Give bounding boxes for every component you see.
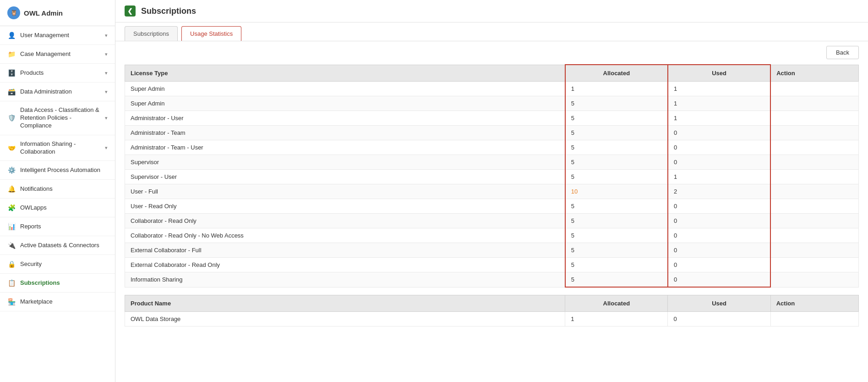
col-header-allocated: Allocated — [565, 65, 668, 82]
license-table-row: Super Admin11 — [125, 82, 859, 96]
allocated-cell: 5 — [565, 96, 668, 111]
license-type-cell: Administrator - Team - User — [125, 140, 565, 155]
case-management-icon: 📁 — [7, 50, 16, 58]
sidebar-item-data-access[interactable]: 🛡️Data Access - Classification & Retenti… — [0, 101, 115, 135]
subscriptions-tab[interactable]: Subscriptions — [125, 26, 178, 41]
license-table-row: Collaborator - Read Only50 — [125, 214, 859, 228]
license-table-row: Super Admin51 — [125, 96, 859, 111]
sidebar-item-intelligent-process[interactable]: ⚙️Intelligent Process Automation — [0, 161, 115, 180]
sidebar-item-label-security: Security — [20, 260, 108, 268]
sidebar-item-case-management[interactable]: 📁Case Management▾ — [0, 45, 115, 64]
product-action-cell — [770, 312, 858, 327]
sidebar-item-label-products: Products — [20, 69, 100, 77]
sidebar-item-reports[interactable]: 📊Reports — [0, 217, 115, 236]
marketplace-icon: 🏪 — [7, 298, 16, 306]
col-header-product-action: Action — [770, 295, 858, 312]
active-datasets-icon: 🔌 — [7, 241, 16, 249]
license-table-row: External Collaborator - Read Only50 — [125, 258, 859, 272]
used-cell: 0 — [668, 155, 770, 170]
chevron-down-icon-info-sharing: ▾ — [105, 145, 108, 151]
sidebar-item-label-notifications: Notifications — [20, 185, 108, 193]
product-allocated-cell: 1 — [565, 312, 668, 327]
sidebar-item-notifications[interactable]: 🔔Notifications — [0, 180, 115, 199]
used-cell: 0 — [668, 228, 770, 243]
usage-statistics-tab[interactable]: Usage Statistics — [181, 26, 241, 41]
allocated-cell: 5 — [565, 111, 668, 126]
used-cell: 0 — [668, 126, 770, 140]
license-table-row: User - Full102 — [125, 184, 859, 199]
user-management-icon: 👤 — [7, 31, 16, 39]
chevron-down-icon-products: ▾ — [105, 70, 108, 76]
sidebar-item-active-datasets[interactable]: 🔌Active Datasets & Connectors — [0, 236, 115, 255]
used-cell: 1 — [668, 170, 770, 184]
license-type-cell: Administrator - User — [125, 111, 565, 126]
sidebar-item-products[interactable]: 🗄️Products▾ — [0, 64, 115, 83]
license-table-header-row: License Type Allocated Used Action — [125, 65, 859, 82]
col-header-used: Used — [668, 65, 770, 82]
action-cell — [770, 228, 858, 243]
license-type-cell: Collaborator - Read Only — [125, 214, 565, 228]
allocated-cell: 5 — [565, 272, 668, 288]
sidebar-item-label-case-management: Case Management — [20, 50, 100, 58]
back-button[interactable]: Back — [826, 46, 859, 59]
sidebar-item-marketplace[interactable]: 🏪Marketplace — [0, 293, 115, 311]
used-cell: 0 — [668, 243, 770, 258]
sidebar-item-label-data-access: Data Access - Classification & Retention… — [20, 106, 100, 130]
logo-icon: 🦉 — [7, 6, 20, 19]
license-table-row: Collaborator - Read Only - No Web Access… — [125, 228, 859, 243]
notifications-icon: 🔔 — [7, 185, 16, 193]
allocated-cell: 10 — [565, 184, 668, 199]
allocated-cell: 5 — [565, 126, 668, 140]
license-type-cell: User - Full — [125, 184, 565, 199]
security-icon: 🔒 — [7, 260, 16, 268]
products-icon: 🗄️ — [7, 69, 16, 77]
license-table-row: Administrator - Team - User50 — [125, 140, 859, 155]
product-used-cell: 0 — [668, 312, 770, 327]
license-table-row: External Collaborator - Full50 — [125, 243, 859, 258]
allocated-cell: 5 — [565, 243, 668, 258]
action-cell — [770, 184, 858, 199]
sidebar-item-security[interactable]: 🔒Security — [0, 255, 115, 274]
action-cell — [770, 199, 858, 214]
license-table-row: Administrator - User51 — [125, 111, 859, 126]
action-cell — [770, 258, 858, 272]
license-type-cell: Administrator - Team — [125, 126, 565, 140]
license-type-cell: Super Admin — [125, 96, 565, 111]
allocated-cell: 5 — [565, 258, 668, 272]
sidebar-item-user-management[interactable]: 👤User Management▾ — [0, 26, 115, 45]
product-table-header-row: Product Name Allocated Used Action — [125, 295, 859, 312]
sidebar-item-owlapps[interactable]: 🧩OWLapps — [0, 199, 115, 217]
subscriptions-icon: 📋 — [7, 279, 16, 287]
allocated-cell: 5 — [565, 199, 668, 214]
sidebar-item-info-sharing[interactable]: 🤝Information Sharing - Collaboration▾ — [0, 135, 115, 161]
product-table-row: OWL Data Storage10 — [125, 312, 859, 327]
col-header-license-type: License Type — [125, 65, 565, 82]
product-name-cell: OWL Data Storage — [125, 312, 565, 327]
action-bar: Back — [817, 41, 868, 64]
used-cell: 2 — [668, 184, 770, 199]
sidebar: 🦉 OWL Admin 👤User Management▾📁Case Manag… — [0, 0, 115, 382]
action-cell — [770, 82, 858, 96]
license-table-row: Supervisor50 — [125, 155, 859, 170]
content-area: Back License Type Allocated Used Action … — [115, 41, 868, 382]
license-type-cell: Supervisor — [125, 155, 565, 170]
used-cell: 0 — [668, 199, 770, 214]
chevron-down-icon-case-management: ▾ — [105, 51, 108, 57]
license-type-cell: External Collaborator - Full — [125, 243, 565, 258]
used-cell: 1 — [668, 111, 770, 126]
collapse-sidebar-button[interactable]: ❮ — [125, 6, 136, 17]
data-access-icon: 🛡️ — [7, 114, 16, 122]
main-content: ❮ Subscriptions SubscriptionsUsage Stati… — [115, 0, 868, 382]
license-type-cell: Information Sharing — [125, 272, 565, 288]
col-header-product-name: Product Name — [125, 295, 565, 312]
allocated-cell: 1 — [565, 82, 668, 96]
allocated-cell: 5 — [565, 170, 668, 184]
action-cell — [770, 170, 858, 184]
col-header-product-allocated: Allocated — [565, 295, 668, 312]
reports-icon: 📊 — [7, 222, 16, 231]
sidebar-item-data-administration[interactable]: 🗃️Data Administration▾ — [0, 83, 115, 101]
license-table-row: Supervisor - User51 — [125, 170, 859, 184]
license-type-cell: External Collaborator - Read Only — [125, 258, 565, 272]
main-table-container: License Type Allocated Used Action Super… — [115, 41, 868, 331]
sidebar-item-subscriptions[interactable]: 📋Subscriptions — [0, 274, 115, 293]
